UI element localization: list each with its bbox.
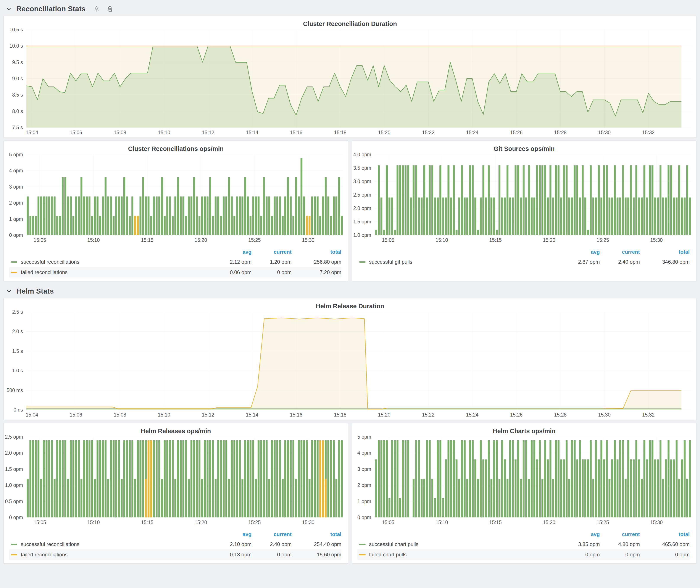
x-tick-label: 15:04 bbox=[26, 130, 38, 136]
y-tick-label: 0 opm bbox=[357, 515, 371, 520]
legend-sort-total[interactable]: total bbox=[640, 249, 690, 255]
legend-series-label[interactable]: failed reconciliations bbox=[9, 269, 213, 275]
y-axis: 2.5 opm2.0 opm1.5 opm1.0 opm0.5 opm0 opm bbox=[4, 437, 26, 517]
x-axis: 15:0415:0615:0815:1015:1215:1415:1615:18… bbox=[26, 128, 691, 137]
legend-value: 3.85 opm bbox=[561, 541, 600, 547]
y-axis: 4.0 opm3.5 opm3.0 opm2.5 opm2.0 opm1.5 o… bbox=[352, 155, 375, 235]
chevron-down-icon[interactable] bbox=[6, 288, 12, 294]
legend: avgcurrenttotalsuccessful reconciliation… bbox=[4, 527, 348, 563]
legend-header-row: avgcurrenttotal bbox=[9, 247, 341, 257]
duration-line-chart[interactable] bbox=[26, 30, 691, 128]
legend-value: 0.06 opm bbox=[213, 269, 252, 275]
x-axis: 15:0515:1015:1515:2015:2515:30 bbox=[26, 235, 343, 245]
legend-series-label[interactable]: successful reconciliations bbox=[9, 541, 213, 547]
legend-series-label[interactable]: successful git pulls bbox=[357, 259, 561, 265]
section-title[interactable]: Reconciliation Stats bbox=[16, 5, 85, 13]
y-tick-label: 0 opm bbox=[9, 232, 23, 238]
legend-sort-current[interactable]: current bbox=[252, 531, 292, 537]
legend-value: 0 opm bbox=[561, 552, 600, 558]
panel-title[interactable]: Helm Release Duration bbox=[4, 298, 696, 312]
helm-charts-bar-chart[interactable] bbox=[375, 437, 691, 517]
legend-row[interactable]: successful git pulls2.87 opm2.40 opm346.… bbox=[357, 257, 690, 267]
y-tick-label: 1.5 s bbox=[12, 348, 23, 354]
git-sources-bar-chart[interactable] bbox=[375, 155, 691, 235]
x-tick-label: 15:25 bbox=[597, 520, 609, 525]
panel-helm-releases-opm: Helm Releases ops/min 2.5 opm2.0 opm1.5 … bbox=[3, 423, 348, 564]
series-color-dash-icon bbox=[11, 544, 17, 545]
y-axis: 5 opm4 opm3 opm2 opm1 opm0 opm bbox=[352, 437, 375, 517]
x-tick-label: 15:24 bbox=[466, 412, 479, 418]
x-tick-label: 15:04 bbox=[26, 412, 38, 418]
legend-sort-avg[interactable]: avg bbox=[213, 249, 252, 255]
legend-row[interactable]: successful reconciliations2.12 opm1.20 o… bbox=[9, 257, 341, 267]
x-tick-label: 15:30 bbox=[650, 237, 663, 243]
x-tick-label: 15:30 bbox=[302, 237, 315, 243]
legend-row[interactable]: failed chart pulls0 opm0 opm0 opm bbox=[357, 549, 690, 560]
panel-title[interactable]: Cluster Reconciliation Duration bbox=[4, 16, 696, 30]
legend-value: 2.40 opm bbox=[600, 259, 640, 265]
trash-icon[interactable] bbox=[107, 6, 113, 12]
legend-sort-current[interactable]: current bbox=[600, 249, 640, 255]
series-color-dash-icon bbox=[11, 272, 17, 273]
legend-sort-avg[interactable]: avg bbox=[213, 531, 252, 537]
panel-cluster-reconciliations-opm: Cluster Reconciliations ops/min 5 opm4 o… bbox=[3, 141, 348, 281]
legend-series-label[interactable]: failed reconciliations bbox=[9, 552, 213, 558]
x-tick-label: 15:05 bbox=[34, 520, 46, 525]
x-tick-label: 15:10 bbox=[158, 130, 170, 136]
y-tick-label: 4.0 opm bbox=[353, 152, 371, 158]
helm-releases-bar-chart[interactable] bbox=[26, 437, 343, 517]
section-title[interactable]: Helm Stats bbox=[16, 287, 54, 295]
panel-title[interactable]: Helm Releases ops/min bbox=[4, 423, 348, 437]
y-tick-label: 0 ns bbox=[14, 407, 23, 413]
y-tick-label: 2.0 opm bbox=[5, 450, 23, 456]
legend-row[interactable]: successful chart pulls3.85 opm4.80 opm46… bbox=[357, 539, 690, 549]
x-tick-label: 15:18 bbox=[334, 130, 347, 136]
y-tick-label: 4 opm bbox=[9, 168, 23, 174]
y-tick-label: 4 opm bbox=[357, 450, 371, 456]
legend-sort-total[interactable]: total bbox=[292, 531, 341, 537]
section-header-helm-stats[interactable]: Helm Stats bbox=[3, 284, 697, 298]
legend-value: 7.20 opm bbox=[292, 269, 341, 275]
x-tick-label: 15:30 bbox=[650, 520, 663, 525]
legend-value: 2.40 opm bbox=[252, 541, 292, 547]
legend-sort-avg[interactable]: avg bbox=[561, 249, 600, 255]
legend-value: 2.10 opm bbox=[213, 541, 252, 547]
legend-series-label[interactable]: failed chart pulls bbox=[357, 552, 561, 558]
legend-sort-current[interactable]: current bbox=[252, 249, 292, 255]
x-tick-label: 15:20 bbox=[543, 237, 555, 243]
x-tick-label: 15:32 bbox=[642, 130, 655, 136]
helm-duration-line-chart[interactable] bbox=[26, 312, 691, 410]
legend-value: 15.60 opm bbox=[292, 552, 341, 558]
legend-sort-total[interactable]: total bbox=[292, 249, 341, 255]
x-tick-label: 15:18 bbox=[334, 412, 347, 418]
gear-icon[interactable] bbox=[93, 6, 100, 12]
legend-sort-avg[interactable]: avg bbox=[561, 531, 600, 537]
y-tick-label: 10.0 s bbox=[9, 43, 23, 49]
legend-value: 256.80 opm bbox=[292, 259, 341, 265]
legend-value: 4.80 opm bbox=[600, 541, 640, 547]
panel-title[interactable]: Helm Charts ops/min bbox=[352, 423, 696, 437]
legend-row[interactable]: failed reconciliations0.06 opm0 opm7.20 … bbox=[9, 267, 341, 278]
y-tick-label: 1 opm bbox=[9, 216, 23, 222]
x-tick-label: 15:30 bbox=[598, 130, 611, 136]
reconciliations-bar-chart[interactable] bbox=[26, 155, 343, 235]
section-header-reconciliation-stats[interactable]: Reconciliation Stats bbox=[3, 2, 697, 16]
legend-series-label[interactable]: successful reconciliations bbox=[9, 259, 213, 265]
chevron-down-icon[interactable] bbox=[6, 6, 12, 12]
legend-sort-current[interactable]: current bbox=[600, 531, 640, 537]
legend-row[interactable]: failed reconciliations0.13 opm0 opm15.60… bbox=[9, 549, 341, 560]
legend-series-label[interactable]: successful chart pulls bbox=[357, 541, 561, 547]
x-tick-label: 15:08 bbox=[114, 412, 126, 418]
x-tick-label: 15:30 bbox=[302, 520, 315, 525]
legend-value: 0 opm bbox=[252, 269, 292, 275]
legend-row[interactable]: successful reconciliations2.10 opm2.40 o… bbox=[9, 539, 341, 549]
legend-value: 0 opm bbox=[600, 552, 640, 558]
panel-git-sources-opm: Git Sources ops/min 4.0 opm3.5 opm3.0 op… bbox=[352, 141, 697, 281]
legend-value: 2.87 opm bbox=[561, 259, 600, 265]
y-tick-label: 2 opm bbox=[357, 482, 371, 488]
y-tick-label: 1.5 opm bbox=[353, 219, 371, 225]
legend-sort-total[interactable]: total bbox=[640, 531, 690, 537]
y-axis: 5 opm4 opm3 opm2 opm1 opm0 opm bbox=[4, 155, 26, 235]
panel-title[interactable]: Git Sources ops/min bbox=[352, 141, 696, 155]
panel-title[interactable]: Cluster Reconciliations ops/min bbox=[4, 141, 348, 155]
